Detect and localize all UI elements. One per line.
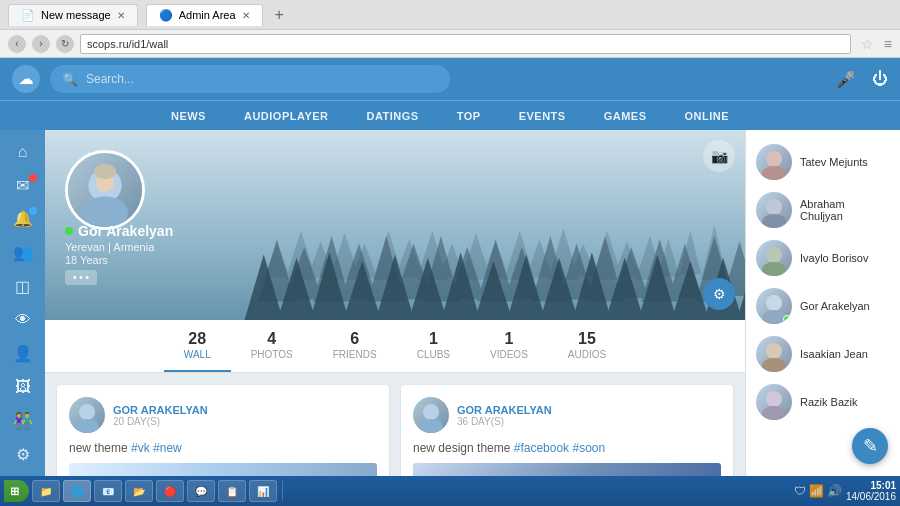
- post-username-2[interactable]: GOR ARAKELYAN: [457, 404, 552, 416]
- taskbar-explorer[interactable]: 📁: [32, 480, 60, 502]
- nav-item-games[interactable]: GAMES: [600, 104, 651, 128]
- change-cover-button[interactable]: 📷: [703, 140, 735, 172]
- taskbar-app6[interactable]: 💬: [187, 480, 215, 502]
- url-text: scops.ru/id1/wall: [87, 38, 168, 50]
- sidebar-icon-messages[interactable]: ✉: [7, 172, 39, 200]
- sidebar-user-tatev[interactable]: Tatev Mejunts: [746, 138, 900, 186]
- search-bar[interactable]: 🔍: [50, 65, 450, 93]
- sidebar-icon-eye[interactable]: 👁: [7, 306, 39, 334]
- refresh-button[interactable]: ↻: [56, 35, 74, 53]
- stat-audios[interactable]: 15 AUDIOS: [548, 320, 626, 372]
- post-username-1[interactable]: GOR ARAKELYAN: [113, 404, 208, 416]
- address-bar[interactable]: scops.ru/id1/wall: [80, 34, 851, 54]
- sidebar-icon-settings[interactable]: ⚙: [7, 440, 39, 468]
- nav-item-online[interactable]: ONLINE: [680, 104, 733, 128]
- post-header-1: GOR ARAKELYAN 20 DAY(S): [69, 397, 377, 433]
- sidebar-user-abraham[interactable]: Abraham Chuljyan: [746, 186, 900, 234]
- new-tab-button[interactable]: +: [275, 6, 284, 24]
- post-card-1: GOR ARAKELYAN 20 DAY(S) new theme #vk #n…: [57, 385, 389, 476]
- sidebar-icon-friends[interactable]: 👥: [7, 239, 39, 267]
- nav-item-events[interactable]: EVENTS: [515, 104, 570, 128]
- user-name-tatev: Tatev Mejunts: [800, 156, 868, 168]
- messages-badge: [29, 174, 37, 182]
- post-hashtag-vk[interactable]: #vk: [131, 441, 150, 455]
- post-meta-2: GOR ARAKELYAN 36 DAY(S): [457, 404, 552, 427]
- bookmark-icon[interactable]: ☆: [861, 36, 874, 52]
- taskbar-app5[interactable]: 🔴: [156, 480, 184, 502]
- menu-icon[interactable]: ≡: [884, 36, 892, 52]
- tab-close-admin[interactable]: ✕: [242, 10, 250, 21]
- start-button[interactable]: ⊞: [4, 480, 29, 502]
- logo-icon: ☁: [19, 71, 33, 87]
- taskbar-app4[interactable]: 📂: [125, 480, 153, 502]
- stat-clubs[interactable]: 1 CLUBS: [397, 320, 470, 372]
- user-name-razik: Razik Bazik: [800, 396, 857, 408]
- post-hashtag-facebook[interactable]: #facebook: [514, 441, 569, 455]
- stat-friends-label: FRIENDS: [333, 349, 377, 360]
- user-avatar-ivaylo: [756, 240, 792, 276]
- taskbar-app7[interactable]: 📋: [218, 480, 246, 502]
- app-header: ☁ 🔍 🎤 ⏻: [0, 58, 900, 100]
- app-logo[interactable]: ☁: [12, 65, 40, 93]
- sidebar-icon-home[interactable]: ⌂: [7, 138, 39, 166]
- sidebar-icon-notifications[interactable]: 🔔: [7, 205, 39, 233]
- microphone-icon[interactable]: 🎤: [836, 70, 856, 89]
- sidebar-user-isaakian[interactable]: Isaakian Jean: [746, 330, 900, 378]
- left-sidebar: ⌂ ✉ 🔔 👥 ◫ 👁 👤 🖼 👫 ⚙: [0, 130, 45, 476]
- user-name-ivaylo: Ivaylo Borisov: [800, 252, 868, 264]
- sidebar-icon-gallery[interactable]: 🖼: [7, 373, 39, 401]
- svg-point-76: [762, 406, 786, 420]
- tab-new-message[interactable]: 📄 New message ✕: [8, 4, 138, 26]
- post-avatar-2: [413, 397, 449, 433]
- center-content: Gor Arakelyan Yerevan | Armenia 18 Years…: [45, 130, 745, 476]
- tab-admin-area[interactable]: 🔵 Admin Area ✕: [146, 4, 263, 26]
- profile-avatar[interactable]: [65, 150, 145, 230]
- user-name-gor: Gor Arakelyan: [800, 300, 870, 312]
- sidebar-icon-people[interactable]: 👫: [7, 407, 39, 435]
- stat-clubs-num: 1: [429, 330, 438, 348]
- taskbar-app8[interactable]: 📊: [249, 480, 277, 502]
- post-text-2: new design theme #facebook #soon: [413, 441, 721, 455]
- online-indicator: [65, 227, 73, 235]
- tab-close-new-message[interactable]: ✕: [117, 10, 125, 21]
- profile-cover: Gor Arakelyan Yerevan | Armenia 18 Years…: [45, 130, 745, 320]
- nav-item-top[interactable]: TOP: [453, 104, 485, 128]
- svg-point-70: [762, 262, 786, 276]
- security-tray-icon: 🛡: [794, 484, 806, 498]
- post-card-2: GOR ARAKELYAN 36 DAY(S) new design theme…: [401, 385, 733, 476]
- taskbar-chrome[interactable]: 🌐: [63, 480, 91, 502]
- taskbar-app3[interactable]: 📧: [94, 480, 122, 502]
- post-hashtag-soon[interactable]: #soon: [572, 441, 605, 455]
- sidebar-icon-person[interactable]: 👤: [7, 340, 39, 368]
- fab-edit-button[interactable]: ✎: [852, 428, 888, 464]
- user-name-abraham: Abraham Chuljyan: [800, 198, 890, 222]
- right-sidebar: Tatev Mejunts Abraham Chuljyan Ivaylo Bo…: [745, 130, 900, 476]
- stat-friends[interactable]: 6 FRIENDS: [313, 320, 397, 372]
- nav-bar: NEWS AUDIOPLAYER DATINGS TOP EVENTS GAME…: [0, 100, 900, 130]
- nav-item-audioplayer[interactable]: AUDIOPLAYER: [240, 104, 333, 128]
- profile-settings-button[interactable]: ⚙: [703, 278, 735, 310]
- system-clock: 15:01 14/06/2016: [846, 480, 896, 502]
- sidebar-user-ivaylo[interactable]: Ivaylo Borisov: [746, 234, 900, 282]
- forward-button[interactable]: ›: [32, 35, 50, 53]
- browser-nav: ‹ › ↻ scops.ru/id1/wall ☆ ≡: [0, 30, 900, 58]
- search-input[interactable]: [86, 72, 438, 86]
- tab-label-admin: Admin Area: [179, 9, 236, 21]
- sidebar-user-razik[interactable]: Razik Bazik: [746, 378, 900, 426]
- sidebar-user-gor[interactable]: Gor Arakelyan: [746, 282, 900, 330]
- stat-photos[interactable]: 4 PHOTOS: [231, 320, 313, 372]
- stat-wall[interactable]: 28 WALL: [164, 320, 231, 372]
- nav-item-news[interactable]: NEWS: [167, 104, 210, 128]
- svg-point-63: [423, 404, 439, 420]
- post-image-inner-2: [413, 463, 721, 476]
- more-button[interactable]: • • •: [65, 270, 97, 285]
- nav-item-datings[interactable]: DATINGS: [363, 104, 423, 128]
- sidebar-icon-groups[interactable]: ◫: [7, 272, 39, 300]
- stat-videos[interactable]: 1 VIDEOS: [470, 320, 548, 372]
- post-avatar-1: [69, 397, 105, 433]
- notifications-badge: [29, 207, 37, 215]
- svg-point-65: [766, 151, 782, 167]
- post-hashtag-new[interactable]: #new: [153, 441, 182, 455]
- power-icon[interactable]: ⏻: [872, 70, 888, 88]
- back-button[interactable]: ‹: [8, 35, 26, 53]
